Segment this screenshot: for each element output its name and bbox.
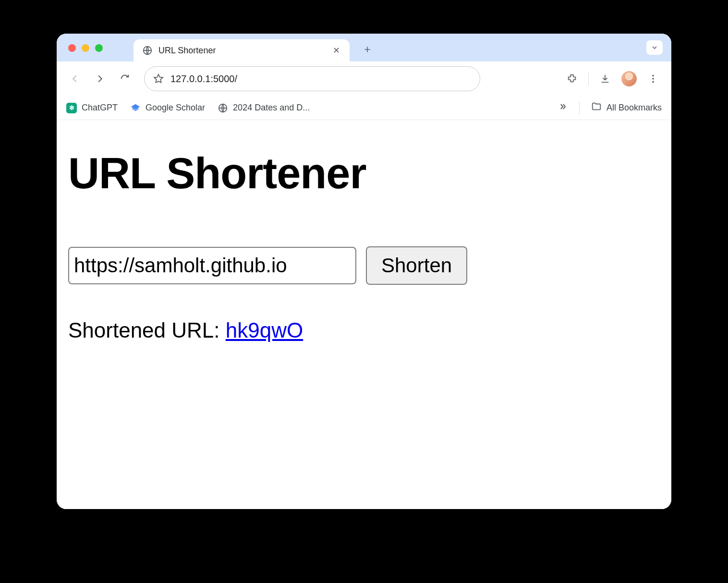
shortened-url-link[interactable]: hk9qwO: [226, 318, 303, 342]
browser-toolbar: 127.0.0.1:5000/: [57, 61, 671, 96]
globe-icon: [142, 45, 153, 56]
new-tab-button[interactable]: [358, 40, 376, 59]
toolbar-separator: [588, 72, 589, 85]
browser-menu-button[interactable]: [643, 68, 664, 89]
page-heading: URL Shortener: [68, 149, 660, 198]
profile-button[interactable]: [619, 68, 640, 89]
address-bar[interactable]: 127.0.0.1:5000/: [144, 66, 480, 91]
minimize-window-button[interactable]: [82, 44, 89, 52]
browser-tab[interactable]: URL Shortener ✕: [133, 39, 350, 61]
bookmarks-overflow-button[interactable]: [558, 102, 568, 114]
bookmark-label: 2024 Dates and D...: [233, 103, 310, 113]
svg-point-2: [652, 78, 654, 80]
tab-strip: URL Shortener ✕: [57, 34, 671, 61]
bookmark-google-scholar[interactable]: Google Scholar: [130, 103, 205, 113]
shorten-form: Shorten: [68, 246, 660, 285]
back-button[interactable]: [64, 68, 85, 89]
bookmark-2024-dates[interactable]: 2024 Dates and D...: [218, 103, 310, 113]
bookmark-label: Google Scholar: [146, 103, 205, 113]
folder-icon: [591, 101, 602, 114]
scholar-icon: [130, 103, 141, 113]
chatgpt-icon: ✻: [66, 103, 77, 113]
svg-point-1: [652, 75, 654, 77]
forward-button[interactable]: [89, 68, 110, 89]
address-text: 127.0.0.1:5000/: [170, 73, 237, 85]
shorten-button[interactable]: Shorten: [366, 246, 467, 285]
close-window-button[interactable]: [68, 44, 76, 52]
url-input[interactable]: [68, 247, 356, 284]
maximize-window-button[interactable]: [95, 44, 103, 52]
svg-point-3: [652, 81, 654, 83]
avatar: [621, 71, 637, 86]
globe-icon: [218, 103, 228, 113]
page-content: URL Shortener Shorten Shortened URL: hk9…: [57, 120, 671, 509]
close-tab-button[interactable]: ✕: [331, 45, 341, 56]
tab-title: URL Shortener: [158, 46, 326, 56]
downloads-button[interactable]: [595, 68, 616, 89]
bookmark-label: ChatGPT: [82, 103, 118, 113]
reload-button[interactable]: [114, 68, 135, 89]
bookmarks-bar: ✻ ChatGPT Google Scholar 2024 Dates and …: [57, 96, 671, 120]
all-bookmarks-button[interactable]: All Bookmarks: [591, 101, 662, 114]
toolbar-right: [561, 68, 664, 89]
bookmarks-separator: [579, 101, 580, 115]
tabs-dropdown-button[interactable]: [646, 40, 663, 55]
all-bookmarks-label: All Bookmarks: [607, 103, 662, 113]
result-label: Shortened URL:: [68, 318, 226, 342]
browser-window: URL Shortener ✕ 127.0.0.1:5000/: [57, 34, 671, 509]
window-controls: [68, 44, 103, 52]
extensions-button[interactable]: [561, 68, 582, 89]
bookmark-chatgpt[interactable]: ✻ ChatGPT: [66, 103, 118, 113]
result-line: Shortened URL: hk9qwO: [68, 318, 660, 342]
bookmark-star-icon[interactable]: [153, 73, 164, 84]
